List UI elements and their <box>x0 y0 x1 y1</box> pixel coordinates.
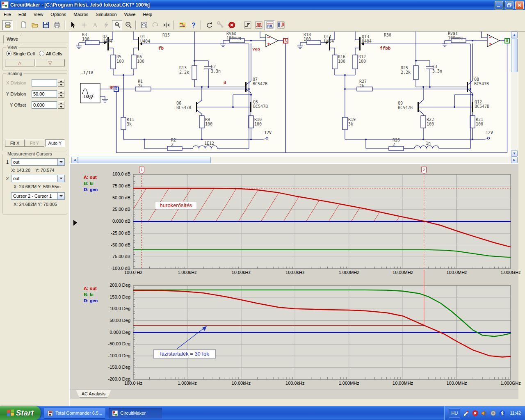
split-view-icon[interactable] <box>161 20 171 30</box>
x-division-spinner[interactable] <box>58 79 64 87</box>
x-division-label: X Division <box>6 80 26 85</box>
triangle-up-icon: △ <box>18 60 21 66</box>
taskbar-item-label: Total Commander 6.5... <box>55 411 102 415</box>
wire-mode-icon[interactable] <box>177 20 187 30</box>
all-cells-label: All Cells <box>46 51 62 56</box>
windows-taskbar: Start Total Commander 6.5... CircuitMake… <box>0 406 525 420</box>
cursor1-index: 1 <box>6 160 9 164</box>
chevron-down-icon[interactable] <box>57 159 64 165</box>
cursor-diff-readout: X: 24.682M Y:-70.005 <box>14 202 57 207</box>
tab-ac-analysis[interactable]: AC Analysis <box>76 390 111 398</box>
cursor1-signal-combo[interactable]: out <box>11 158 65 166</box>
y-division-label: Y Division <box>6 91 26 96</box>
restore-button[interactable] <box>505 1 514 9</box>
menu-wave[interactable]: Wave <box>121 11 139 18</box>
new-file-icon[interactable] <box>18 20 29 30</box>
scroll-down-icon[interactable]: ▼ <box>511 150 518 157</box>
analysis-tab-strip: AC Analysis <box>70 390 518 399</box>
language-indicator[interactable]: HU <box>449 409 460 418</box>
schematic-hscrollbar[interactable]: ◄ ► <box>71 157 518 163</box>
start-label: Start <box>16 409 34 418</box>
tablet-pen-icon[interactable] <box>463 410 469 416</box>
menu-macros[interactable]: Macros <box>70 11 92 18</box>
single-cell-radio-circle[interactable] <box>6 51 11 56</box>
cell-down-button[interactable]: ▽ <box>35 59 65 66</box>
single-cell-label: Single Cell <box>13 51 35 56</box>
hscroll-thumb[interactable] <box>78 157 211 163</box>
menu-simulation[interactable]: Simulation <box>92 11 120 18</box>
chevron-down-icon[interactable] <box>57 193 64 199</box>
bluetooth-icon[interactable] <box>499 410 505 416</box>
select-arrow-icon[interactable] <box>68 20 78 30</box>
schematic-drawing <box>71 32 511 157</box>
digital-waveforms-icon[interactable] <box>253 20 264 30</box>
toolbar-separator <box>135 21 137 30</box>
close-button[interactable] <box>515 1 524 9</box>
active-plot-marker-icon <box>73 220 77 226</box>
zoom-in-icon[interactable] <box>123 20 133 30</box>
cell-up-button[interactable]: △ <box>5 59 34 66</box>
wave-side-panel: Wave View Single Cell All Cells △ ▽ Scal… <box>0 32 70 406</box>
menu-options[interactable]: Options <box>47 11 70 18</box>
y-division-spinner[interactable] <box>58 90 64 98</box>
y-offset-spinner[interactable] <box>58 101 64 109</box>
cursors-group-label: Measurement Cursors <box>6 151 53 156</box>
toolbar-separator <box>201 21 202 30</box>
menu-view[interactable]: View <box>30 11 47 18</box>
open-file-icon[interactable] <box>30 20 40 30</box>
single-cell-radio[interactable]: Single Cell <box>6 51 35 56</box>
volume-icon[interactable] <box>481 410 487 416</box>
setup-wrench-icon <box>215 20 226 30</box>
print-icon[interactable] <box>52 20 62 30</box>
cursor1-signal-value: out <box>11 159 57 165</box>
stop-simulation-icon[interactable] <box>226 20 237 30</box>
x-division-input[interactable] <box>32 79 57 87</box>
total-commander-icon <box>47 410 53 416</box>
zoom-out-icon[interactable] <box>112 20 122 30</box>
fit-x-button[interactable]: Fit X <box>5 139 25 147</box>
start-button[interactable]: Start <box>0 406 41 420</box>
toolbar-separator <box>173 21 175 30</box>
minimize-button[interactable] <box>495 1 503 9</box>
rotate-icon <box>150 20 160 30</box>
y-offset-input[interactable] <box>32 101 57 109</box>
cursor1-readout: X: 143.20 Y: 70.574 <box>11 168 55 173</box>
reset-simulation-icon[interactable] <box>204 20 215 30</box>
svg-text:?: ? <box>192 22 196 29</box>
mixed-waveforms-icon[interactable] <box>276 20 286 30</box>
parts-browser-icon[interactable] <box>2 20 13 30</box>
all-cells-radio[interactable]: All Cells <box>39 51 62 56</box>
schematic-vscrollbar[interactable]: ▲ ▼ <box>511 32 518 157</box>
y-division-input[interactable] <box>32 90 57 98</box>
step-probe-icon[interactable] <box>242 20 253 30</box>
toolbar: A? <box>0 19 525 32</box>
scroll-up-icon[interactable]: ▲ <box>511 32 518 38</box>
cursor-diff-combo[interactable]: Cursor 2 - Cursor 1 <box>11 192 65 200</box>
help-icon[interactable]: ? <box>188 20 199 30</box>
menu-bar: File Edit View Options Macros Simulation… <box>0 10 525 19</box>
text-tool-icon: A <box>90 20 100 30</box>
menu-help[interactable]: Help <box>139 11 156 18</box>
chevron-down-icon[interactable] <box>57 175 64 182</box>
waveform-panel[interactable] <box>70 163 518 390</box>
scroll-right-icon[interactable]: ► <box>511 157 518 163</box>
wave-tab[interactable]: Wave <box>3 35 21 43</box>
security-alert-icon[interactable] <box>472 410 478 416</box>
auto-y-button[interactable]: Auto Y <box>45 139 65 147</box>
vscroll-thumb[interactable] <box>511 39 518 72</box>
taskbar-item-total-commander[interactable]: Total Commander 6.5... <box>44 408 105 418</box>
taskbar-item-label: CircuitMaker <box>120 411 146 415</box>
menu-edit[interactable]: Edit <box>15 11 30 18</box>
cursor2-signal-combo[interactable]: out <box>11 175 65 182</box>
all-cells-radio-circle[interactable] <box>39 51 44 56</box>
fit-y-button[interactable]: Fit Y <box>25 139 44 147</box>
analog-waveforms-icon[interactable] <box>265 20 275 30</box>
updates-icon[interactable] <box>490 410 496 416</box>
save-file-icon[interactable] <box>41 20 51 30</box>
toolbar-separator <box>15 21 16 30</box>
menu-file[interactable]: File <box>0 11 15 18</box>
scroll-left-icon[interactable]: ◄ <box>71 157 78 163</box>
taskbar-item-circuitmaker[interactable]: CircuitMaker <box>109 408 162 418</box>
view-group-label: View <box>6 45 18 50</box>
page-preview-icon[interactable] <box>139 20 149 30</box>
